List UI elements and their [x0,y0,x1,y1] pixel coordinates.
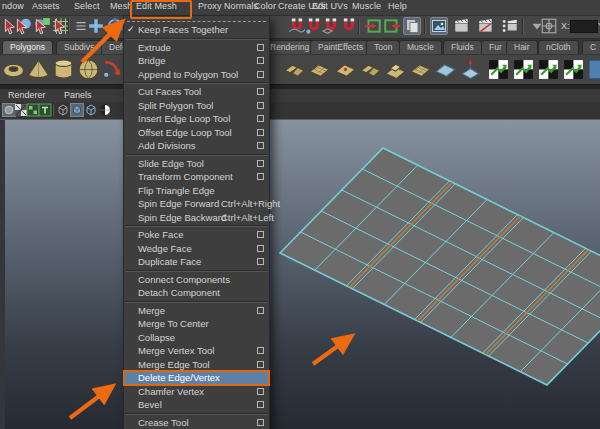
menu-item-flip-triangle-edge[interactable]: Flip Triangle Edge [124,184,269,198]
io-out-icon[interactable] [383,17,401,35]
render-view-icon[interactable] [430,17,448,35]
menu-item-wedge-face[interactable]: Wedge Face [124,242,269,256]
option-box-icon[interactable] [257,245,264,252]
option-box-icon[interactable] [257,173,264,180]
menubar-item-mesh[interactable]: Mesh [110,1,132,11]
shelf-plane-fold-icon[interactable] [283,58,306,81]
io-in-icon[interactable] [364,17,382,35]
shelf-checker-icon[interactable] [537,58,560,81]
menu-item-detach-component[interactable]: Detach Component [124,286,269,300]
menubar-item-proxy[interactable]: Proxy [198,1,222,11]
menubar-item-color[interactable]: Color [254,1,276,11]
magnet-grid-icon[interactable] [322,17,340,35]
menu-item-poke-face[interactable]: Poke Face [124,228,269,242]
shelf-tab-rendering[interactable]: Rendering [262,40,317,54]
menu-item-merge-edge-tool[interactable]: Merge Edge Tool [124,358,269,372]
shelf-checker-icon[interactable] [487,58,510,81]
clapper-icon[interactable] [453,17,471,35]
option-box-icon[interactable] [257,258,264,265]
tool-rotate-icon[interactable] [106,17,124,35]
magnet-curve-icon[interactable] [288,17,306,35]
tool-select-icon[interactable] [14,17,32,35]
menu-item-merge[interactable]: Merge [124,304,269,318]
panel-menu-panels[interactable]: Panels [64,90,92,100]
menu-item-delete-edge-vertex[interactable]: Delete Edge/Vertex [124,371,269,385]
menubar-item-muscle[interactable]: Muscle [352,1,381,11]
clapper-dots-icon[interactable] [501,17,519,35]
menu-item-spin-edge-forward[interactable]: Spin Edge ForwardCtrl+Alt+Right [124,197,269,211]
shelf-poly-sphere-icon[interactable] [77,58,100,81]
checker-ball-icon[interactable] [98,103,112,117]
menu-item-slide-edge-tool[interactable]: Slide Edge Tool [124,157,269,171]
green-t-icon[interactable] [38,103,52,117]
option-box-icon[interactable] [257,361,264,368]
shelf-torus-icon[interactable] [2,58,25,81]
viewport-canvas[interactable] [0,120,600,429]
menu-item-merge-to-center[interactable]: Merge To Center [124,317,269,331]
menu-tearoff-handle[interactable] [127,16,266,22]
option-box-icon[interactable] [257,307,264,314]
shelf-plane-blue-icon[interactable] [434,58,457,81]
shelf-tab-toon[interactable]: Toon [366,40,400,54]
menu-item-offset-edge-loop-tool[interactable]: Offset Edge Loop Tool [124,126,269,140]
option-box-icon[interactable] [257,347,264,354]
target-icon[interactable] [540,17,558,35]
menu-item-crease-tool[interactable]: Crease Tool [124,416,269,429]
menu-item-chamfer-vertex[interactable]: Chamfer Vertex [124,385,269,399]
option-box-icon[interactable] [257,129,264,136]
shelf-axis-plane-icon[interactable] [459,58,482,81]
wire-cube-icon[interactable] [56,103,70,117]
option-box-icon[interactable] [257,71,264,78]
option-box-icon[interactable] [257,88,264,95]
menu-item-transform-component[interactable]: Transform Component [124,170,269,184]
menu-item-connect-components[interactable]: Connect Components [124,273,269,287]
shelf-plane-fold-icon[interactable] [359,58,382,81]
shelf-tab-c[interactable]: C [582,40,600,54]
menubar-item-ndow[interactable]: ndow [2,1,24,11]
shelf-checker-icon[interactable] [562,58,585,81]
option-box-icon[interactable] [257,231,264,238]
option-box-icon[interactable] [257,102,264,109]
shelf-checker-icon[interactable] [512,58,535,81]
menu-item-duplicate-face[interactable]: Duplicate Face [124,255,269,269]
shelf-tab-subdivs[interactable]: Subdivs [56,40,102,54]
shelf-tab-hair[interactable]: Hair [506,40,538,54]
shelf-plane-3-icon[interactable] [384,58,407,81]
option-box-icon[interactable] [257,401,264,408]
menu-item-keep-faces-together[interactable]: ✓Keep Faces Together [124,23,269,37]
menu-item-append-to-polygon-tool[interactable]: Append to Polygon Tool [124,68,269,82]
magnet-point-icon[interactable] [305,17,323,35]
shelf-blue-edge-icon[interactable] [589,58,600,81]
menu-item-cut-faces-tool[interactable]: Cut Faces Tool [124,85,269,99]
panel-menu-renderer[interactable]: Renderer [8,90,46,100]
shelf-plane-icon[interactable] [308,58,331,81]
menubar-item-edit-mesh[interactable]: Edit Mesh [136,1,177,11]
menubar-item-edit-uvs[interactable]: Edit UVs [312,1,348,11]
menu-item-split-polygon-tool[interactable]: Split Polygon Tool [124,99,269,113]
menubar-item-help[interactable]: Help [388,1,407,11]
shelf-tab-muscle[interactable]: Muscle [399,40,442,54]
menu-item-collapse[interactable]: Collapse [124,331,269,345]
menu-item-spin-edge-backward[interactable]: Spin Edge BackwardCtrl+Alt+Left [124,211,269,225]
menu-item-bevel[interactable]: Bevel [124,398,269,412]
menubar-item-assets[interactable]: Assets [32,1,60,11]
menu-item-insert-edge-loop-tool[interactable]: Insert Edge Loop Tool [124,112,269,126]
shelf-tab-ncloth[interactable]: nCloth [538,40,579,54]
shelf-cone-icon[interactable] [27,58,50,81]
option-box-icon[interactable] [257,142,264,149]
tool-move-icon[interactable] [87,17,105,35]
menu-item-add-divisions[interactable]: Add Divisions [124,139,269,153]
menu-item-extrude[interactable]: Extrude [124,41,269,55]
shelf-tab-painteffects[interactable]: PaintEffects [310,40,371,54]
magnet-plain-icon[interactable] [340,17,358,35]
clapper-red-icon[interactable] [477,17,495,35]
option-box-icon[interactable] [257,57,264,64]
option-box-icon[interactable] [257,419,264,426]
menu-item-bridge[interactable]: Bridge [124,54,269,68]
option-box-icon[interactable] [257,115,264,122]
shaded-cube-icon[interactable] [70,103,84,117]
wire-cube-blue-icon[interactable] [84,103,98,117]
option-box-icon[interactable] [257,388,264,395]
shelf-mirror-icon[interactable] [101,58,124,81]
shelf-tab-fluids[interactable]: Fluids [443,40,482,54]
